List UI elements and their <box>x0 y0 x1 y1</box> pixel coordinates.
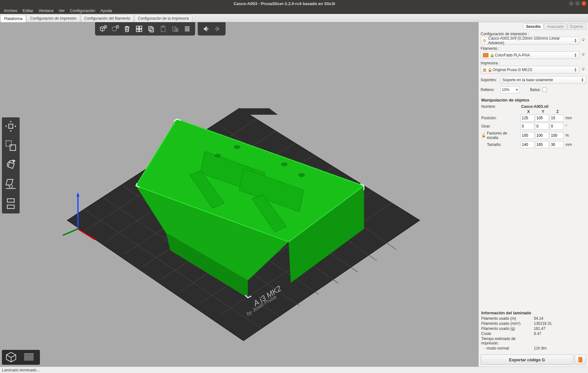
rotate-tool-button[interactable] <box>4 158 18 173</box>
scale-z-input[interactable] <box>550 132 564 139</box>
move-tool-button[interactable] <box>4 119 18 134</box>
position-unit: mm <box>566 116 572 120</box>
copy-button[interactable] <box>146 23 157 34</box>
menu-archivo[interactable]: Archivo <box>1 8 20 14</box>
window-close-icon[interactable] <box>582 1 586 6</box>
menu-ayuda[interactable]: Ayuda <box>98 8 115 14</box>
filament-g-value: 161.47 <box>534 326 546 331</box>
add-object-button[interactable] <box>98 23 108 34</box>
scale-unit: % <box>566 133 569 138</box>
print-config-edit-button[interactable] <box>580 38 586 43</box>
top-toolbar: 0 <box>95 22 228 36</box>
tab-configuracion-impresion[interactable]: Configuración de Impresión <box>27 15 80 22</box>
arrange-button[interactable] <box>134 23 144 34</box>
size-y-input[interactable] <box>535 141 549 148</box>
object-name-label: Nombre: <box>481 104 519 109</box>
brim-label: Balsa: <box>530 88 540 92</box>
cost-label: Coste <box>481 331 534 336</box>
paste-button[interactable] <box>158 23 169 34</box>
export-sd-button[interactable] <box>575 355 586 365</box>
scale-y-input[interactable] <box>535 132 549 139</box>
menu-ver[interactable]: Ver <box>56 8 67 14</box>
tab-configuracion-impresora[interactable]: Configuración de la Impresora <box>134 15 192 22</box>
lock-scale-icon[interactable]: 🔓 <box>481 133 486 138</box>
col-y: Y <box>536 109 550 114</box>
supports-select[interactable]: Soporte en la base solamente ▲▼ <box>500 76 586 84</box>
print-config-value: Casco-A003.3mf (0.20mm 100mms Linear Adv… <box>488 36 574 45</box>
place-on-face-button[interactable] <box>4 177 18 192</box>
filament-m-label: Filamento usado (m) <box>481 316 534 321</box>
filament-edit-button[interactable] <box>580 52 586 58</box>
filament-mm3-label: Filamento usado (mm³) <box>481 321 534 326</box>
filament-select[interactable]: 🔒 ColorFabb PLA-PHA ▲▼ <box>481 51 579 59</box>
window-minimize-icon[interactable] <box>569 1 573 6</box>
printer-select[interactable]: ▥ 🔒 Original Prusa i3 MK2S ▲▼ <box>481 66 579 74</box>
svg-rect-36 <box>136 26 139 29</box>
redo-button[interactable] <box>212 23 223 34</box>
time-mode-value: 11h 9m <box>534 346 546 350</box>
window-maximize-icon[interactable] <box>575 1 580 6</box>
view-layers-button[interactable] <box>21 351 37 363</box>
mode-experto[interactable]: Experto <box>567 23 586 30</box>
print-config-select[interactable]: ⚙ Casco-A003.3mf (0.20mm 100mms Linear A… <box>481 37 579 44</box>
view-mode-switch <box>2 350 40 365</box>
cut-tool-button[interactable] <box>4 197 18 212</box>
menu-editar[interactable]: Editar <box>20 8 36 14</box>
scale-x-input[interactable] <box>521 132 534 139</box>
svg-point-31 <box>234 145 240 149</box>
svg-point-32 <box>281 163 287 166</box>
object-panel: Manipulación de objetos Nombre: Casco-A0… <box>479 95 588 151</box>
mode-bar: Sencillo Avanzado Experto <box>479 22 588 31</box>
tab-configuracion-filamento[interactable]: Configuración del filamento <box>81 15 134 22</box>
size-z-input[interactable] <box>550 141 564 148</box>
printer-icon: ▥ <box>483 68 486 72</box>
delete-all-button[interactable] <box>122 23 132 34</box>
position-label: Posición: <box>481 116 520 120</box>
filament-color-swatch <box>483 53 489 57</box>
infill-select[interactable]: 10% ▼ <box>500 86 520 93</box>
scale-label: Factores de escala: <box>487 131 520 140</box>
brim-checkbox[interactable] <box>542 88 547 92</box>
svg-rect-53 <box>9 124 13 128</box>
filament-mm3-value: 130218.31 <box>534 321 552 326</box>
size-x-input[interactable] <box>521 141 534 148</box>
rotate-unit: ° <box>566 124 567 128</box>
split-to-parts-button[interactable] <box>182 23 193 34</box>
svg-rect-61 <box>7 205 14 208</box>
position-z-input[interactable] <box>550 115 564 121</box>
svg-text:0: 0 <box>176 29 177 32</box>
position-x-input[interactable] <box>521 115 534 121</box>
main-area: A i3 MK2 by Josef Prusa <box>0 22 588 367</box>
object-panel-header: Manipulación de objetos <box>481 96 585 104</box>
infill-label: Relleno: <box>481 88 498 92</box>
mode-sencillo[interactable]: Sencillo <box>523 23 543 30</box>
col-x: X <box>521 109 536 114</box>
remove-object-button[interactable] <box>110 23 120 34</box>
tab-plataforma[interactable]: Plataforma <box>1 15 26 22</box>
menu-ventana[interactable]: Ventana <box>36 8 56 14</box>
undo-button[interactable] <box>200 23 211 34</box>
rotate-x-input[interactable] <box>521 123 534 130</box>
viewport-3d[interactable]: A i3 MK2 by Josef Prusa <box>0 22 478 367</box>
position-y-input[interactable] <box>535 115 549 121</box>
svg-rect-60 <box>7 199 14 202</box>
printer-edit-button[interactable] <box>580 67 586 73</box>
time-label: Tiempo estimado de impresión: <box>481 337 534 345</box>
export-gcode-button[interactable]: Exportar código G <box>481 355 573 365</box>
svg-rect-55 <box>10 145 16 151</box>
filament-label: Filamento : <box>481 46 586 51</box>
view-3d-button[interactable] <box>3 351 19 363</box>
status-text: Laminado terminado… <box>2 368 40 372</box>
rotate-z-input[interactable] <box>550 123 564 130</box>
instances-button[interactable]: 0 <box>170 23 181 34</box>
print-config-label: Configuración de impresión : <box>481 32 586 36</box>
menu-configuracion[interactable]: Configuración <box>67 8 98 14</box>
svg-point-30 <box>215 154 221 157</box>
time-mode-label: - modo normal <box>481 346 534 350</box>
printer-value: Original Prusa i3 MK2S <box>493 68 532 72</box>
infill-value: 10% <box>502 88 509 92</box>
rotate-y-input[interactable] <box>535 123 549 130</box>
mode-avanzado[interactable]: Avanzado <box>544 23 566 30</box>
window-titlebar: Casco-A003 - PrusaSlicer-2.2.0-rc4 basad… <box>0 0 588 7</box>
scale-tool-button[interactable] <box>4 139 18 154</box>
